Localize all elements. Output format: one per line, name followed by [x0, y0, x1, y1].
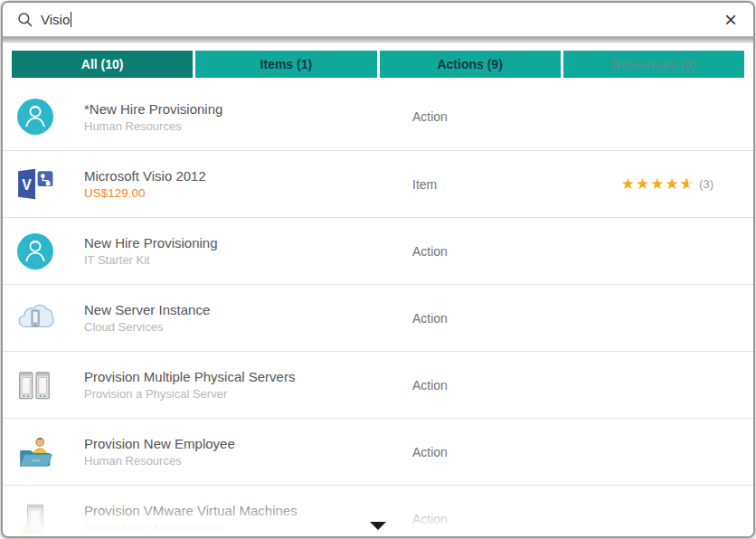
result-type: Action — [412, 244, 741, 259]
scroll-down-arrow-icon[interactable] — [370, 522, 386, 530]
result-row-provision-physical-servers[interactable]: Provision Multiple Physical Servers Prov… — [3, 351, 753, 418]
half-star-icon: ☆★ — [680, 176, 695, 192]
result-row-provision-vmware-vms[interactable]: Provision VMware Virtual Machines Virtua… — [3, 485, 753, 538]
result-subtitle: Virtualization Management — [84, 521, 412, 534]
result-title: *New Hire Provisioning — [84, 101, 412, 117]
result-rating: ★★★★☆★ (3) — [621, 176, 741, 192]
star-icon: ★ — [636, 175, 650, 193]
result-subtitle: Provision a Physical Server — [84, 387, 412, 401]
text-caret — [71, 12, 71, 27]
result-subtitle: Human Resources — [84, 454, 412, 468]
person-badge-icon — [15, 232, 55, 271]
result-subtitle: IT Starter Kit — [84, 253, 412, 267]
tab-resources[interactable]: Resources (0) — [563, 51, 744, 78]
star-icon: ★ — [650, 175, 665, 193]
header-divider — [3, 37, 753, 43]
result-title: Provision New Employee — [84, 436, 412, 451]
result-type: Action — [412, 512, 741, 526]
employee-folder-icon — [15, 432, 55, 472]
result-row-provision-new-employee[interactable]: Provision New Employee Human Resources A… — [3, 418, 753, 485]
search-input[interactable]: Visio — [41, 3, 719, 36]
result-title: Microsoft Visio 2012 — [84, 168, 412, 184]
star-icon: ★ — [666, 175, 680, 193]
result-subtitle: Human Resources — [84, 119, 412, 133]
tab-actions[interactable]: Actions (9) — [380, 51, 561, 78]
dual-servers-icon — [15, 365, 55, 405]
result-type: Action — [412, 109, 741, 124]
close-icon[interactable]: × — [719, 8, 742, 32]
star-icon: ★ — [621, 175, 636, 193]
svg-text:V: V — [22, 177, 32, 193]
result-type: Action — [412, 445, 741, 459]
vm-server-icon — [15, 499, 55, 539]
result-row-microsoft-visio[interactable]: V Microsoft Visio 2012 US$129.00 Item ★★… — [3, 150, 753, 217]
result-price: US$129.00 — [84, 186, 412, 200]
search-icon — [17, 12, 33, 28]
result-type: Action — [412, 311, 741, 326]
search-header: Visio × — [3, 3, 753, 37]
result-row-new-hire-provisioning[interactable]: New Hire Provisioning IT Starter Kit Act… — [3, 217, 753, 284]
result-row-new-hire-provisioning-draft[interactable]: *New Hire Provisioning Human Resources A… — [3, 83, 753, 150]
tab-bar: All (10) Items (1) Actions (9) Resources… — [3, 43, 753, 83]
search-results-list: *New Hire Provisioning Human Resources A… — [3, 83, 753, 538]
tab-items[interactable]: Items (1) — [195, 51, 376, 78]
tab-all[interactable]: All (10) — [12, 51, 193, 78]
result-title: New Server Instance — [84, 302, 412, 317]
rating-stars: ★★★★☆★ — [621, 176, 695, 192]
result-title: New Hire Provisioning — [84, 235, 412, 251]
result-subtitle: Cloud Services — [84, 320, 412, 334]
search-dialog: Visio × All (10) Items (1) Actions (9) R… — [1, 1, 755, 538]
result-type: Item — [412, 177, 621, 192]
visio-logo-icon: V — [15, 165, 55, 204]
result-type: Action — [412, 378, 741, 392]
cloud-server-icon — [15, 298, 55, 338]
search-input-value: Visio — [41, 12, 70, 27]
result-row-new-server-instance[interactable]: New Server Instance Cloud Services Actio… — [3, 284, 753, 351]
result-title: Provision Multiple Physical Servers — [84, 369, 412, 384]
person-badge-icon — [15, 97, 55, 137]
rating-count: (3) — [699, 177, 713, 191]
result-title: Provision VMware Virtual Machines — [84, 503, 412, 518]
